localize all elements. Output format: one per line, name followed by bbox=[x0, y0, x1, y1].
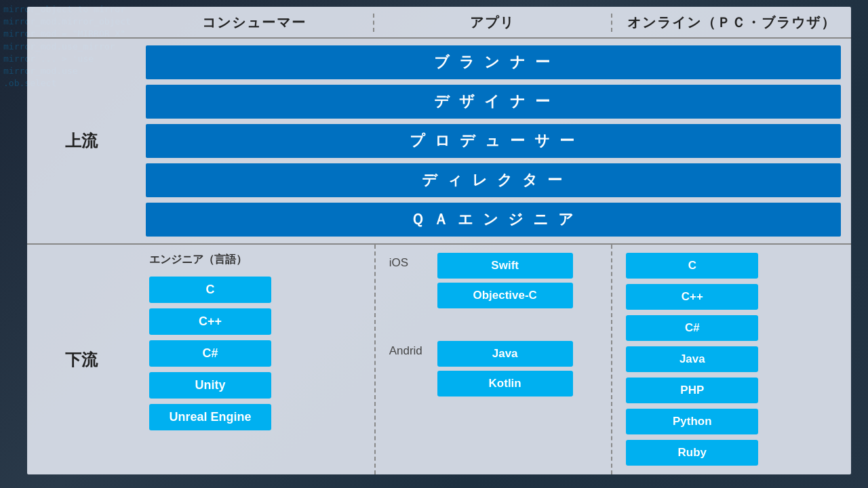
android-bars: Java Kotlin bbox=[437, 341, 573, 396]
ios-group: iOS Swift Objective-C bbox=[389, 253, 598, 308]
consumer-unity: Unity bbox=[149, 372, 271, 399]
upper-content: ブ ラ ン ナ ー デ ザ イ ナ ー プ ロ デ ュ ー サ ー デ ィ レ … bbox=[136, 39, 851, 243]
lower-content: エンジニア（言語） C C++ C# Unity Unreal Engine i… bbox=[136, 245, 851, 474]
upper-section: 上流 ブ ラ ン ナ ー デ ザ イ ナ ー プ ロ デ ュ ー サ ー デ ィ… bbox=[27, 39, 851, 245]
online-ruby: Ruby bbox=[626, 440, 758, 466]
bar-designer: デ ザ イ ナ ー bbox=[146, 85, 841, 119]
online-c: C bbox=[626, 253, 758, 279]
online-php: PHP bbox=[626, 378, 758, 403]
bar-director: デ ィ レ ク タ ー bbox=[146, 163, 841, 197]
app-col: iOS Swift Objective-C Andrid Java Kotlin bbox=[374, 245, 613, 474]
android-kotlin: Kotlin bbox=[437, 371, 573, 396]
consumer-csharp: C# bbox=[149, 340, 271, 367]
upper-label: 上流 bbox=[27, 39, 136, 243]
bar-qa: Ｑ Ａ エ ン ジ ニ ア bbox=[146, 203, 841, 237]
bar-planner: ブ ラ ン ナ ー bbox=[146, 45, 841, 79]
ios-bars: Swift Objective-C bbox=[437, 253, 573, 308]
android-group: Andrid Java Kotlin bbox=[389, 341, 598, 396]
header-row: コンシューマー アプリ オンライン（ＰＣ・ブラウザ） bbox=[27, 7, 851, 39]
header-consumer: コンシューマー bbox=[136, 14, 374, 32]
consumer-cpp: C++ bbox=[149, 308, 271, 335]
consumer-col: エンジニア（言語） C C++ C# Unity Unreal Engine bbox=[136, 245, 374, 474]
main-container: コンシューマー アプリ オンライン（ＰＣ・ブラウザ） 上流 ブ ラ ン ナ ー … bbox=[27, 7, 851, 474]
header-online: オンライン（ＰＣ・ブラウザ） bbox=[612, 14, 851, 32]
header-empty bbox=[27, 14, 136, 32]
online-bars: C C++ C# Java PHP Python Ruby bbox=[626, 253, 837, 466]
consumer-c: C bbox=[149, 277, 271, 303]
ios-swift: Swift bbox=[437, 253, 573, 279]
bar-producer: プ ロ デ ュ ー サ ー bbox=[146, 124, 841, 158]
online-col: C C++ C# Java PHP Python Ruby bbox=[612, 245, 851, 474]
android-label: Andrid bbox=[389, 341, 427, 358]
online-python: Python bbox=[626, 409, 758, 434]
ios-objc: Objective-C bbox=[437, 283, 573, 308]
lower-section: 下流 エンジニア（言語） C C++ C# Unity Unreal Engin… bbox=[27, 245, 851, 474]
online-cpp: C++ bbox=[626, 284, 758, 310]
android-java: Java bbox=[437, 341, 573, 367]
consumer-unreal: Unreal Engine bbox=[149, 404, 271, 430]
online-java: Java bbox=[626, 346, 758, 372]
header-app: アプリ bbox=[374, 14, 613, 32]
consumer-section-label: エンジニア（言語） bbox=[149, 253, 361, 267]
lower-label: 下流 bbox=[27, 245, 136, 474]
online-csharp: C# bbox=[626, 315, 758, 341]
ios-label: iOS bbox=[389, 253, 427, 270]
